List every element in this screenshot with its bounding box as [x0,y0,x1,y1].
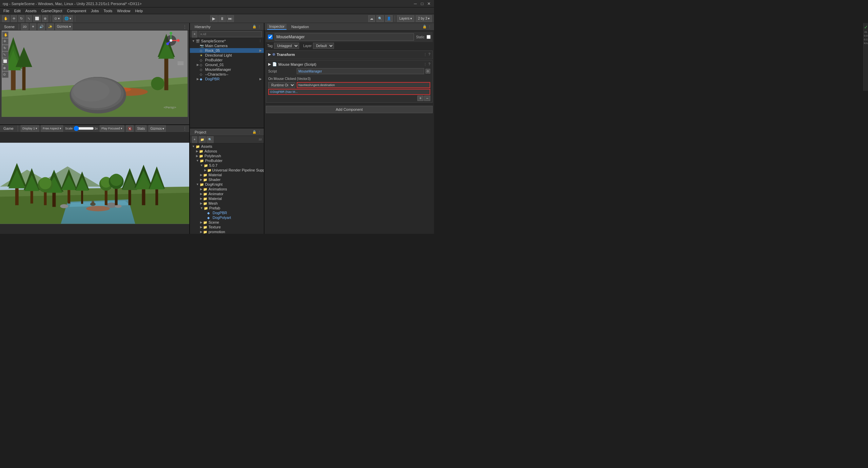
hierarchy-item-dogpbr[interactable]: ▶ ◆ DogPBR ▶ [190,77,264,81]
hierarchy-item-maincamera[interactable]: ▶ 📷 Main Camera [190,43,264,48]
game-view[interactable]: Game Display 1 ▾ Free Aspect ▾ Scale 1x … [0,124,189,234]
game-aspect-btn[interactable]: Free Aspect ▾ [41,125,63,132]
menu-component[interactable]: Component [65,8,88,13]
layer-dropdown[interactable]: Default [313,43,334,49]
project-tab[interactable]: Project [193,129,208,135]
menu-assets[interactable]: Assets [23,8,39,13]
menu-jobs[interactable]: Jobs [89,8,101,13]
mute-btn[interactable]: 🔇 [126,125,134,132]
scene-lighting-btn[interactable]: ☀ [30,23,36,30]
collab-btn[interactable]: ☁ [368,15,375,22]
scene-gizmos-btn[interactable]: Gizmos ▾ [55,23,73,30]
project-folder-texture[interactable]: ▶ 📁 Texture [190,225,264,229]
scene-audio-btn[interactable]: 🔊 [38,23,45,30]
menu-edit[interactable]: Edit [12,8,23,13]
scene-2d-btn[interactable]: 2D [21,23,28,30]
hierarchy-item-probuilder[interactable]: ▶ ◇ ProBuilder [190,58,264,62]
play-button[interactable]: ▶ [210,15,218,22]
project-search-btn[interactable]: 🔍 [206,136,214,143]
project-folder-adonos[interactable]: ▶ 📁 Adonos [190,149,264,154]
hierarchy-item-ground01[interactable]: ▶ ◇ Ground_01 [190,62,264,67]
pivot-btn[interactable]: ⊙ ▾ [53,15,61,22]
object-active-checkbox[interactable] [268,35,273,39]
script-help-icon[interactable]: ? [428,62,430,66]
project-assets-root[interactable]: ▼ 📁 Assets [190,144,264,149]
hierarchy-add-btn[interactable]: + [192,31,197,38]
scene-viewport[interactable]: <Persp> ✋ ✛ ↻ ⤡ ⬜ ⊕ ⊙ [0,30,189,117]
step-button[interactable]: ⏭ [226,15,234,22]
project-folder-material2[interactable]: ▶ 📁 Material [190,196,264,201]
hierarchy-item-mousemanager[interactable]: ▶ ◇ MouseManager [190,67,264,72]
hierarchy-more-icon[interactable]: ⋮ [258,25,261,28]
scale-tool[interactable]: ⤡ [26,15,32,22]
game-display-btn[interactable]: Display 1 ▾ [21,125,39,132]
transform-tool[interactable]: ⊕ [42,15,48,22]
project-prefab-dogpolyart[interactable]: ▶ ◆ DogPolyart [190,215,264,220]
project-folder-shader[interactable]: ▶ 📁 Shader [190,177,264,182]
project-folders-btn[interactable]: 📁 [199,136,206,143]
add-event-btn[interactable]: + [417,96,423,101]
project-folder-animator[interactable]: ▶ 📁 Animator [190,191,264,196]
row-options[interactable]: ▶ [259,77,262,81]
hierarchy-row-options[interactable]: ⋮ [259,39,262,43]
project-folder-urp-support[interactable]: ▶ 📁 Universal Render Pipeline Support [190,168,264,172]
scene-fx-btn[interactable]: ✨ [46,23,54,30]
project-add-btn[interactable]: + [192,136,197,143]
menu-help[interactable]: Help [133,8,145,13]
remove-event-btn[interactable]: − [424,96,430,101]
navigation-tab[interactable]: Navigation [289,24,311,29]
transform-help-icon[interactable]: ? [428,53,430,56]
search-btn[interactable]: 🔍 [376,15,384,22]
rect-tool[interactable]: ⬜ [33,15,41,22]
account-btn[interactable]: 👤 [385,15,393,22]
transform-expand-arrow[interactable]: ▶ [268,52,271,57]
pause-button[interactable]: ⏸ [218,15,226,22]
project-folder-scene[interactable]: ▶ 📁 Scene [190,220,264,225]
menu-window[interactable]: Window [115,8,132,13]
project-folder-probuilder[interactable]: ▼ 📁 ProBuilder [190,158,264,163]
hierarchy-item-dirlight[interactable]: ▶ ☀ Directional Light [190,53,264,58]
script-expand-arrow[interactable]: ▶ [268,62,271,66]
project-folder-material[interactable]: ▶ 📁 Material [190,172,264,177]
project-folder-dogknight[interactable]: ▼ 📁 DogKnight [190,182,264,187]
inspector-lock-icon[interactable]: 🔒 [422,25,427,28]
project-folder-promotion[interactable]: ▶ 📁 promotion [190,229,264,234]
project-folder-animations[interactable]: ▶ 📁 Animations [190,187,264,191]
game-viewport[interactable] [0,133,189,234]
row-options[interactable]: ▶ [259,49,262,52]
stats-btn[interactable]: Stats [136,125,147,132]
project-prefab-dogpbr[interactable]: ▶ ◆ DogPBR [190,210,264,215]
object-name-input[interactable] [275,33,414,41]
project-folder-polybrush[interactable]: ▶ 📁 Polybrush [190,154,264,158]
layers-dropdown[interactable]: Layers ▾ [397,15,414,22]
project-lock-icon[interactable]: 🔒 [252,130,256,134]
project-more-icon[interactable]: ⋮ [258,130,261,134]
hierarchy-item-characters[interactable]: ▶ ◇ --Characters-- [190,72,264,77]
move-tool[interactable]: ✛ [11,15,17,22]
hand-tool[interactable]: ✋ [2,15,9,22]
minimize-button[interactable]: ─ [413,1,418,6]
maximize-button[interactable]: □ [420,1,425,6]
hierarchy-search[interactable]: ≡ All [199,31,262,37]
close-button[interactable]: ✕ [427,1,431,6]
event-object-field[interactable]: ⊙DogPBR (Nav M... [268,89,430,95]
rotate-tool[interactable]: ↻ [18,15,24,22]
project-folder-507[interactable]: ▼ 📁 5.0.7 [190,163,264,168]
script-options[interactable]: ⋮ [423,62,427,66]
hierarchy-lock-icon[interactable]: 🔒 [252,25,256,28]
inspector-tab[interactable]: Inspector [267,24,287,30]
global-btn[interactable]: 🌐 ▾ [63,15,73,22]
add-component-button[interactable]: Add Component [266,106,433,113]
project-folder-prefab[interactable]: ▼ 📁 Prefab [190,206,264,210]
menu-gameobject[interactable]: GameObject [39,8,64,13]
tag-dropdown[interactable]: Untagged [274,43,299,49]
script-ref-field[interactable]: MouseManager [297,68,424,74]
menu-tools[interactable]: Tools [102,8,115,13]
scale-slider[interactable] [74,127,94,130]
runtime-dropdown[interactable]: Runtime Only [268,82,295,88]
menu-file[interactable]: File [1,8,12,13]
scene-view[interactable]: Scene 2D ☀ 🔊 ✨ Gizmos ▾ ⋮ [0,23,189,124]
static-checkbox[interactable] [427,35,431,39]
event-target-field[interactable]: NavMeshAgent.destination [297,82,430,88]
project-folder-mesh[interactable]: ▶ 📁 Mesh [190,201,264,206]
